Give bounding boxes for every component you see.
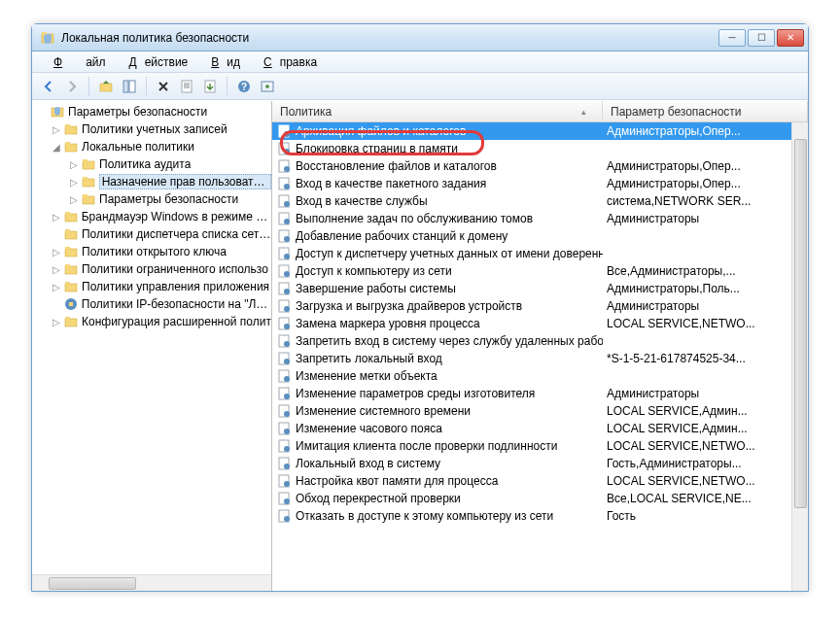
policy-row[interactable]: Архивация файлов и каталоговАдминистрато… [272,122,808,140]
policy-row[interactable]: Блокировка страниц в памяти [272,140,808,157]
policy-row[interactable]: Локальный вход в системуГость,Администра… [272,455,808,472]
menu-help[interactable]: Справка [248,53,325,71]
policy-row[interactable]: Замена маркера уровня процессаLOCAL SERV… [272,315,808,332]
refresh-button[interactable] [257,76,278,97]
expander-icon[interactable]: ▷ [50,124,63,135]
tree-item-label: Политики ограниченного использо [82,262,268,276]
tree-item[interactable]: ▷Брандмауэр Windows в режиме пов [32,208,271,225]
policy-icon [276,211,292,226]
tree-item[interactable]: ▷Политики учетных записей [32,120,271,138]
tree-item-label: Политики открытого ключа [82,245,227,258]
tree-item-label: Параметры безопасности [99,192,238,206]
policy-row[interactable]: Отказать в доступе к этому компьютеру из… [272,507,808,525]
folder-icon [81,174,96,189]
app-icon [40,30,55,46]
policy-row[interactable]: Изменение системного времениLOCAL SERVIC… [272,402,808,420]
policy-row[interactable]: Запретить вход в систему через службу уд… [272,332,808,350]
properties-button[interactable] [176,76,197,97]
list-body[interactable]: Архивация файлов и каталоговАдминистрато… [272,122,808,591]
expander-icon[interactable]: ▷ [50,264,63,275]
svg-rect-2 [100,84,112,91]
tree-item[interactable]: ▷Политика аудита [32,155,271,173]
tree-item[interactable]: Политики IP-безопасности на "Лока [32,295,271,313]
menu-view[interactable]: Вид [195,53,248,71]
policy-row[interactable]: Настройка квот памяти для процессаLOCAL … [272,472,808,490]
policy-row[interactable]: Изменение метки объекта [272,367,808,385]
policy-row[interactable]: Доступ к компьютеру из сетиВсе,Администр… [272,262,808,280]
svg-point-75 [284,446,290,452]
up-button[interactable] [95,76,117,97]
policy-value: Все,LOCAL SERVICE,NE... [603,492,808,505]
tree-panel: Параметры безопасности ▷Политики учетных… [32,101,272,591]
menu-action[interactable]: Действие [114,53,196,71]
policy-row[interactable]: Запретить локальный вход*S-1-5-21-617874… [272,350,808,367]
menubar: Файл Действие Вид Справка [32,52,808,73]
expander-icon[interactable]: ◢ [50,142,63,153]
tree-item[interactable]: ▷Политики управления приложения [32,278,271,295]
export-button[interactable] [199,76,221,97]
tree-hscrollbar[interactable] [32,574,271,591]
expander-icon[interactable]: ▷ [50,212,63,223]
policy-value: Администраторы,Поль... [603,282,808,295]
tree-item[interactable]: ▷Назначение прав пользователя [32,173,271,190]
expander-icon[interactable]: ▷ [67,194,81,205]
titlebar[interactable]: Локальная политика безопасности ─ ☐ ✕ [32,24,808,52]
expander-icon[interactable]: ▷ [50,282,63,292]
svg-rect-16 [65,144,77,152]
expander-icon[interactable]: ▷ [67,177,81,188]
svg-point-59 [284,306,290,312]
expander-icon[interactable]: ▷ [67,159,81,170]
svg-point-77 [284,464,290,469]
show-hide-tree-button[interactable] [119,76,140,97]
policy-row[interactable]: Доступ к диспетчеру учетных данных от им… [272,245,808,262]
forward-button[interactable] [61,76,83,97]
tree-item[interactable]: ▷Политики открытого ключа [32,243,271,260]
svg-point-61 [284,324,290,329]
list-header: Политика ▴ Параметр безопасности [272,101,808,122]
back-button[interactable] [38,76,59,97]
policy-name: Изменение параметров среды изготовителя [296,387,535,400]
column-security-setting[interactable]: Параметр безопасности [603,101,808,121]
svg-rect-17 [65,142,70,145]
policy-row[interactable]: Восстановление файлов и каталоговАдминис… [272,157,808,175]
policy-row[interactable]: Завершение работы системыАдминистраторы,… [272,280,808,297]
list-vscrollbar[interactable] [791,122,808,591]
tree-item[interactable]: ▷Параметры безопасности [32,190,271,208]
expander-icon[interactable]: ▷ [50,247,63,258]
policy-row[interactable]: Обход перекрестной проверкиВсе,LOCAL SER… [272,490,808,507]
policy-row[interactable]: Загрузка и выгрузка драйверов устройствА… [272,297,808,315]
menu-file[interactable]: Файл [38,53,114,71]
tree-root[interactable]: Параметры безопасности [32,103,271,120]
list-panel: Политика ▴ Параметр безопасности Архивац… [272,101,808,591]
svg-point-55 [284,271,290,277]
delete-button[interactable] [153,76,174,97]
svg-point-53 [284,254,290,259]
folder-icon [63,314,79,329]
tree-item[interactable]: ▷Политики ограниченного использо [32,260,271,278]
policy-name: Завершение работы системы [296,282,456,295]
column-policy[interactable]: Политика ▴ [272,101,603,121]
policy-row[interactable]: Вход в качестве пакетного заданияАдминис… [272,175,808,192]
policy-name: Запретить локальный вход [296,352,442,365]
tree-item[interactable]: ◢Локальные политики [32,138,271,155]
policy-value: LOCAL SERVICE,NETWO... [603,439,808,453]
maximize-button[interactable]: ☐ [748,29,775,47]
tree[interactable]: Параметры безопасности ▷Политики учетных… [32,101,271,574]
policy-row[interactable]: Имитация клиента после проверки подлинно… [272,437,808,455]
policy-row[interactable]: Изменение параметров среды изготовителяА… [272,385,808,402]
help-button[interactable]: ? [233,76,255,97]
policy-row[interactable]: Добавление рабочих станций к домену [272,227,808,245]
close-button[interactable]: ✕ [777,29,804,47]
policy-row[interactable]: Изменение часового поясаLOCAL SERVICE,Ад… [272,420,808,437]
expander-icon[interactable]: ▷ [50,317,63,327]
svg-rect-3 [123,81,128,92]
folder-icon [63,244,79,259]
window-controls: ─ ☐ ✕ [718,29,804,47]
tree-item[interactable]: ▷Конфигурация расширенной полит [32,313,271,330]
tree-item[interactable]: Политики диспетчера списка сетей [32,225,271,243]
policy-icon [276,333,292,349]
folder-icon [63,139,79,154]
policy-row[interactable]: Выполнение задач по обслуживанию томовАд… [272,210,808,227]
minimize-button[interactable]: ─ [718,29,746,47]
policy-row[interactable]: Вход в качестве службысистема,NETWORK SE… [272,192,808,210]
